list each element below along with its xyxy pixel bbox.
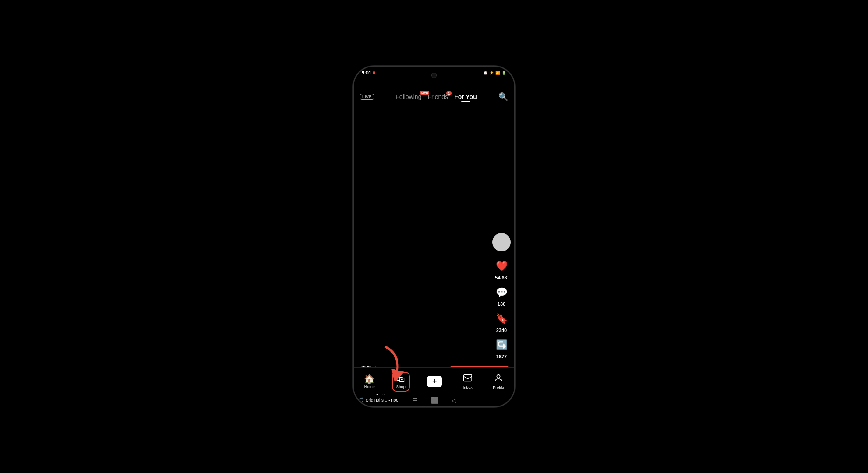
bluetooth-icon: ⚡ (489, 71, 494, 75)
profile-label: Profile (493, 385, 504, 390)
alarm-icon: ⏰ (483, 71, 488, 75)
nav-left: LIVE (360, 94, 374, 100)
time-display: 9:01 (362, 70, 371, 75)
bookmark-button[interactable]: 🔖 2340 (494, 311, 509, 333)
tab-following[interactable]: Following LIVE (395, 93, 421, 100)
status-icons: ⏰ ⚡ 📶 🔋 (483, 71, 506, 75)
top-navigation: LIVE Following LIVE Friends 1 For You (354, 89, 514, 105)
bookmark-icon: 🔖 (494, 311, 509, 327)
live-badge[interactable]: LIVE (360, 94, 374, 100)
tab-friends[interactable]: Friends 1 (427, 93, 448, 100)
recording-indicator (373, 71, 375, 74)
share-icon: ↪️ (494, 337, 509, 353)
android-home-btn[interactable]: ⬜ (431, 397, 438, 404)
signal-bars: 📶 (495, 71, 500, 75)
share-button[interactable]: ↪️ 1677 (494, 337, 509, 359)
inbox-label: Inbox (463, 385, 473, 390)
comment-count: 130 (498, 301, 505, 307)
heart-icon: ❤️ (494, 258, 509, 274)
android-navigation: ☰ ⬜ ◁ (354, 397, 514, 404)
profile-icon (494, 373, 503, 384)
battery-icon: 🔋 (502, 71, 506, 75)
avatar[interactable] (492, 233, 511, 251)
android-back-btn[interactable]: ◁ (452, 397, 456, 404)
phone-device: 9:01 ⏰ ⚡ 📶 🔋 LIVE (353, 66, 515, 407)
comment-button[interactable]: 💬 130 (494, 285, 509, 307)
home-label: Home (364, 385, 375, 389)
nav-inbox[interactable]: Inbox (459, 371, 476, 392)
comment-icon: 💬 (494, 285, 509, 300)
like-button[interactable]: ❤️ 54.6K (494, 258, 509, 280)
video-content-area[interactable]: LIVE Following LIVE Friends 1 For You (354, 77, 514, 406)
android-menu-btn[interactable]: ☰ (412, 397, 418, 404)
right-action-buttons: ❤️ 54.6K 💬 130 🔖 2340 ↪️ 1677 (492, 233, 511, 363)
nav-profile[interactable]: Profile (489, 371, 508, 392)
nav-tabs: Following LIVE Friends 1 For You (395, 93, 477, 100)
nav-create[interactable]: + (423, 374, 446, 389)
friends-notification: 1 (446, 91, 452, 96)
search-button[interactable]: 🔍 (498, 92, 508, 102)
inbox-icon (463, 373, 473, 384)
share-count: 1677 (496, 354, 507, 359)
svg-rect-0 (464, 375, 472, 381)
phone-screen: 9:01 ⏰ ⚡ 📶 🔋 LIVE (354, 67, 514, 406)
svg-point-1 (497, 375, 500, 378)
camera (431, 73, 437, 78)
create-plus[interactable]: + (427, 376, 442, 387)
like-count: 54.6K (495, 275, 508, 280)
tab-for-you[interactable]: For You (454, 93, 477, 100)
bookmark-count: 2340 (496, 328, 507, 333)
